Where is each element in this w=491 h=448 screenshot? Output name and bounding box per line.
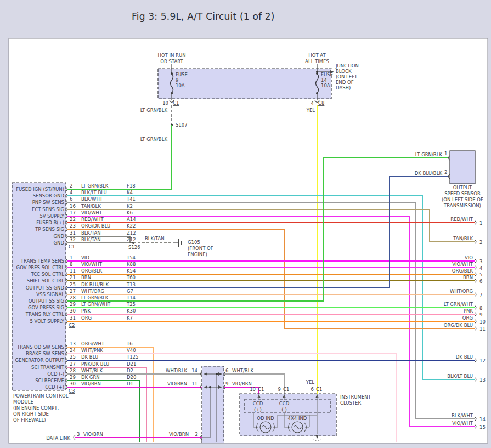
edge-pin-number: 11 <box>479 326 486 332</box>
pcm-pin-number: 8 <box>70 262 72 267</box>
pcm-circuit-code: D20 <box>127 375 136 380</box>
pcm-wire-color: DK BLU/BLK <box>81 282 109 287</box>
edge-pin-number: 4 <box>479 265 482 271</box>
pcm-pin-number: 16 <box>70 203 76 209</box>
wire-color-label: LT GRN/BLK <box>415 152 443 157</box>
pcm-signal-label: OUTPUT SS SIG <box>29 298 64 304</box>
indicator-label: 4X4 IND <box>288 416 307 421</box>
sensor-caption: TRANSMISSION) <box>443 203 481 208</box>
pcm-circuit-code: D2 <box>127 368 133 373</box>
fuse-label: 14 <box>321 77 327 83</box>
pcm-pin-number: 28 <box>70 295 76 300</box>
wire-color-label: YEL <box>306 379 315 385</box>
pcm-signal-label: SHIFT SOL CTRL <box>27 278 64 283</box>
pcm-pin-number: 27 <box>70 288 76 294</box>
pcm-wire-color: LT GRN/BLK <box>81 295 109 300</box>
junction-block-label: BLOCK <box>336 69 352 74</box>
feed-source-label: HOT AT <box>308 53 326 58</box>
edge-pin-number: 2 <box>479 240 482 245</box>
fuse-label: 10A <box>176 83 185 88</box>
pcm-wire-color: LT GRN/BLK <box>81 183 109 189</box>
pcm-circuit-code: V40 <box>127 348 136 353</box>
indicator-label: OD IND <box>257 416 274 421</box>
pcm-signal-label: TRANS OD SW SENS <box>16 344 64 350</box>
pcm-circuit-code: A14 <box>127 217 136 222</box>
sensor-pin-number: 2 <box>444 169 447 175</box>
pcm-wire-color: DK BLU <box>81 354 98 360</box>
splice-dot <box>216 373 218 375</box>
data-link-pin: 3 <box>77 432 80 437</box>
edge-wire-label: WHT/ORG <box>450 288 473 294</box>
pcm-pin-number: 11 <box>70 268 76 274</box>
cluster-connector-ref: C1 <box>283 387 289 392</box>
pcm-wire-color: BLK/LT BLU <box>81 190 107 195</box>
pcm-circuit-code: K30 <box>127 308 136 314</box>
ground-label: ENGINE) <box>188 252 207 257</box>
pcm-circuit-code: T13 <box>126 282 136 287</box>
pcm-wire-color: DK GRN <box>81 375 100 380</box>
instrument-cluster-label: CLUSTER <box>340 400 361 406</box>
edge-wire-label: VIO/WHT <box>452 421 473 426</box>
jb-connector-ref: C8 <box>318 100 324 106</box>
connector-pin-number: 14 <box>191 368 197 373</box>
pcm-pin-number: 31 <box>70 315 76 321</box>
pcm-circuit-code: T14 <box>126 295 136 300</box>
edge-pin-number: 15 <box>479 424 486 430</box>
pcm-circuit-code: T25 <box>126 302 136 307</box>
pcm-wire-color: WHT/BLK <box>81 368 103 373</box>
ccd-plus-label: (+) <box>254 407 262 412</box>
pcm-circuit-code: K6 <box>127 210 133 216</box>
jb-pin-number: 4 <box>311 100 314 106</box>
wire-color-label: LT GRN/BLK <box>140 137 168 142</box>
wire-color-label: WHT/BLK <box>232 368 253 373</box>
pcm-wire-color: BLK/WHT <box>81 196 103 202</box>
connector-pin-number: 2 <box>195 432 198 437</box>
pcm-pin-number: 30 <box>70 308 76 314</box>
ground-label: G105 <box>188 240 200 245</box>
pcm-caption: (IN ENGINE COMPT, <box>13 405 59 411</box>
connector-pin-number: 9 <box>225 381 228 387</box>
wire-color-label: VIO/BRN <box>232 381 252 387</box>
edge-wire-label: BLK/LT BLU <box>447 373 473 379</box>
fuse-label: 9 <box>176 77 178 83</box>
pcm-pin-number: 21 <box>70 275 76 280</box>
ccd-minus-label: (-) <box>281 407 287 412</box>
pcm-wire-color: TAN/BLK <box>81 203 101 209</box>
pcm-pin-number: 28 <box>70 368 76 373</box>
wire-color-label: VIO/BRN <box>167 381 187 387</box>
edge-wire-label: ORG/DK BLU <box>444 322 473 328</box>
pcm-signal-label: GND <box>54 234 65 239</box>
edge-wire-label: ORG <box>462 315 473 321</box>
pcm-pin-number: 4 <box>70 190 72 195</box>
junction-block-label: END OF <box>336 80 354 85</box>
pcm-caption: OF FIREWALL) <box>13 417 46 423</box>
pcm-circuit-code: K88 <box>127 262 136 267</box>
edge-wire-label: RED/WHT <box>450 217 473 222</box>
pcm-wire-color: WHT/ORG <box>81 288 104 294</box>
splice-dot <box>209 386 211 388</box>
pcm-pin-number: 32 <box>70 237 76 242</box>
junction-block-label: (ON LEFT <box>336 74 358 80</box>
pcm-circuit-code: T41 <box>126 196 136 202</box>
pcm-pin-number: 23 <box>70 223 76 229</box>
sensor-caption: (ON LEFT SIDE OF <box>442 197 483 202</box>
pcm-signal-label: SCI TRANSMIT <box>31 365 65 370</box>
wire-color-label: VIO/BRN <box>169 432 189 437</box>
pcm-pin-number: 1 <box>70 255 72 260</box>
pcm-circuit-code: K7 <box>127 315 133 321</box>
pcm-signal-label: TRANS RLY CTRL <box>25 311 64 317</box>
pcm-circuit-code: T60 <box>126 275 136 280</box>
pcm-signal-label: TP SENS SIG <box>35 226 64 232</box>
pcm-wire-color: VIO/BRN <box>81 381 101 387</box>
pcm-circuit-code: Z12 <box>127 237 136 242</box>
pcm-signal-label: ECT SENS SIG <box>32 207 64 212</box>
pcm-circuit-code: Z12 <box>127 230 136 236</box>
feed-source-label: HOT IN RUN <box>157 53 185 58</box>
pcm-signal-label: TRANS TEMP SENS <box>20 258 64 264</box>
wire-color-label: DK BLU/BLK <box>415 171 443 176</box>
wire-color-label: LT GRN/BLK <box>140 107 168 113</box>
splice-label: S107 <box>176 122 188 128</box>
cluster-pin-number: 10 <box>250 387 256 392</box>
edge-wire-label: BLK/WHT <box>452 413 473 418</box>
pcm-signal-label: FUSED B(+) <box>36 220 64 225</box>
